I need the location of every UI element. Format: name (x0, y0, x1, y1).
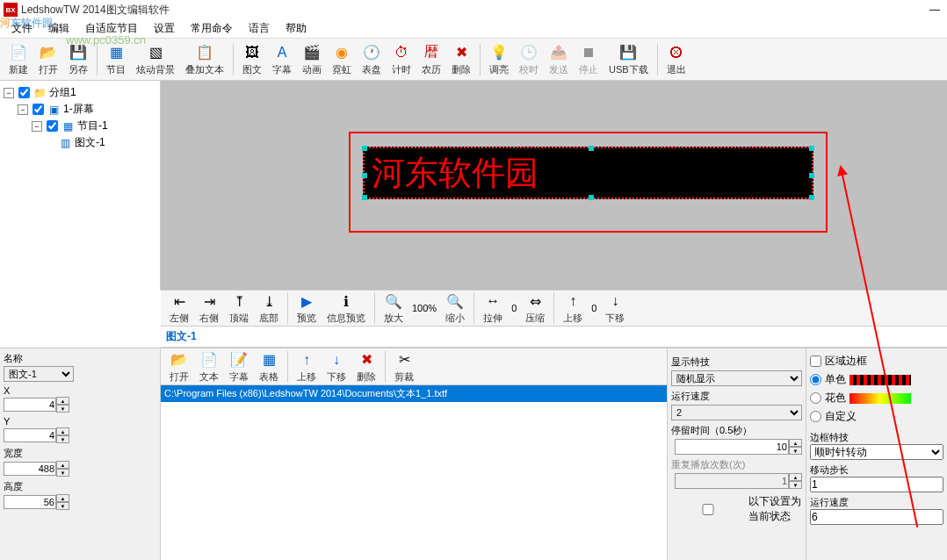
file-table-button[interactable]: ▦表格 (254, 348, 284, 385)
exit-button[interactable]: ⮿退出 (661, 41, 691, 78)
saveas-button[interactable]: 💾另存 (63, 41, 93, 78)
menu-help[interactable]: 帮助 (278, 19, 314, 38)
y-input[interactable] (4, 428, 56, 442)
tree-group[interactable]: − 📁 分组1 (4, 84, 156, 101)
height-input[interactable] (4, 495, 56, 509)
color-sample-red[interactable] (849, 375, 911, 385)
align-right-button[interactable]: ⇥右侧 (194, 290, 224, 327)
file-up-button[interactable]: ↑上移 (292, 348, 322, 385)
step-input[interactable] (810, 477, 943, 492)
led-preview[interactable]: 河东软件园 (363, 147, 813, 199)
delete-button[interactable]: ✖删除 (446, 41, 476, 78)
new-button[interactable]: 📄新建 (4, 41, 33, 78)
custom-color-radio[interactable] (810, 411, 821, 422)
spin-down[interactable]: ▼ (56, 435, 69, 443)
align-top-button[interactable]: ⤒顶端 (224, 290, 254, 327)
send-button[interactable]: 📤发送 (544, 41, 574, 78)
spin-up[interactable]: ▲ (56, 427, 69, 435)
brightness-button[interactable]: 💡调亮 (484, 41, 514, 78)
tree-checkbox[interactable] (18, 87, 30, 98)
menu-commands[interactable]: 常用命令 (184, 19, 240, 38)
program-button[interactable]: ▦节目 (101, 41, 131, 78)
info-preview-button[interactable]: ℹ信息预览 (322, 290, 371, 327)
file-subtitle-button[interactable]: 📝字幕 (224, 348, 254, 385)
spin-up[interactable]: ▲ (56, 397, 69, 405)
tree-checkbox[interactable] (47, 120, 58, 132)
stay-input[interactable] (675, 439, 789, 455)
name-select[interactable]: 图文-1 (4, 366, 74, 382)
speed-select[interactable]: 2 (671, 405, 802, 420)
x-input[interactable] (4, 398, 56, 412)
tree-screen[interactable]: − ▣ 1-屏幕 (4, 101, 156, 118)
zoom-in-button[interactable]: 🔍放大 (379, 290, 408, 327)
image-text-button[interactable]: 🖼图文 (237, 41, 267, 78)
overlay-text-button[interactable]: 📋叠加文本 (180, 41, 229, 78)
zoom-out-button[interactable]: 🔍缩小 (440, 290, 470, 327)
display-effect-select[interactable]: 随机显示 (671, 370, 802, 386)
x-label: X (4, 385, 156, 396)
spin-down[interactable]: ▼ (56, 469, 69, 477)
border-effect-select[interactable]: 顺时针转动 (810, 444, 943, 460)
resize-handle[interactable] (809, 146, 814, 151)
file-delete-button[interactable]: ✖删除 (351, 348, 381, 385)
resize-handle[interactable] (362, 173, 367, 178)
animation-button[interactable]: 🎬动画 (297, 41, 327, 78)
align-left-button[interactable]: ⇤左侧 (164, 290, 194, 327)
file-crop-button[interactable]: ✂剪裁 (389, 348, 419, 385)
compress-button[interactable]: ⇔压缩 (520, 290, 550, 327)
expand-icon[interactable]: − (4, 88, 14, 98)
spin-down[interactable]: ▼ (789, 447, 802, 455)
width-input[interactable] (4, 462, 56, 476)
resize-handle[interactable] (362, 146, 367, 151)
tree-program[interactable]: − ▦ 节目-1 (4, 118, 156, 134)
expand-icon[interactable]: − (32, 121, 42, 132)
color-sample-multi[interactable] (849, 393, 911, 404)
file-open-button[interactable]: 📂打开 (164, 348, 194, 385)
menu-settings[interactable]: 设置 (147, 19, 182, 38)
tree-imagetext[interactable]: ▥ 图文-1 (4, 134, 156, 151)
area-border-checkbox[interactable] (810, 355, 821, 367)
tree-checkbox[interactable] (33, 104, 44, 115)
resize-handle[interactable] (589, 146, 594, 151)
titlebar: BX LedshowTW 2014图文编辑软件 — (0, 0, 947, 19)
file-text-button[interactable]: 📄文本 (194, 348, 224, 385)
stretch-button[interactable]: ↔拉伸 (478, 290, 508, 327)
usb-download-button[interactable]: 💾USB下载 (604, 41, 654, 78)
menu-file[interactable]: 文件 (4, 19, 40, 38)
resize-handle[interactable] (362, 195, 367, 200)
file-item[interactable]: C:\Program Files (x86)\LedshowTW 2014\Do… (161, 385, 667, 402)
resize-handle[interactable] (809, 195, 814, 200)
spin-down[interactable]: ▼ (56, 405, 69, 413)
spin-up[interactable]: ▲ (789, 439, 802, 447)
minimize-button[interactable]: — (926, 4, 943, 16)
stop-button[interactable]: ⏹停止 (574, 41, 604, 78)
move-up-button[interactable]: ↑上移 (558, 290, 588, 327)
menu-edit[interactable]: 编辑 (41, 19, 76, 38)
neon-button[interactable]: ◉霓虹 (327, 41, 357, 78)
move-down-button[interactable]: ↓下移 (600, 290, 630, 327)
bg-button[interactable]: ▧炫动背景 (131, 41, 180, 78)
canvas-area[interactable]: 河东软件园 (161, 81, 947, 290)
resize-handle[interactable] (809, 173, 814, 178)
border-speed-input[interactable] (810, 509, 943, 525)
sync-time-button[interactable]: 🕒校时 (514, 41, 544, 78)
menu-adaptive[interactable]: 自适应节目 (78, 19, 145, 38)
spin-up[interactable]: ▲ (56, 494, 69, 502)
single-color-radio[interactable] (810, 374, 821, 385)
file-down-button[interactable]: ↓下移 (322, 348, 351, 385)
menu-language[interactable]: 语言 (242, 19, 277, 38)
spin-down[interactable]: ▼ (56, 502, 69, 510)
lunar-button[interactable]: 暦农历 (416, 41, 446, 78)
open-button[interactable]: 📂打开 (33, 41, 63, 78)
align-bottom-button[interactable]: ⤓底部 (254, 290, 284, 327)
y-label: Y (4, 416, 156, 427)
default-checkbox[interactable] (671, 504, 745, 515)
expand-icon[interactable]: − (18, 104, 28, 115)
clock-button[interactable]: 🕐表盘 (357, 41, 387, 78)
flower-color-radio[interactable] (810, 392, 821, 404)
preview-button[interactable]: ▶预览 (292, 290, 322, 327)
timer-button[interactable]: ⏱计时 (387, 41, 416, 78)
subtitle-button[interactable]: A字幕 (267, 41, 297, 78)
spin-up[interactable]: ▲ (56, 461, 69, 469)
resize-handle[interactable] (589, 195, 594, 200)
